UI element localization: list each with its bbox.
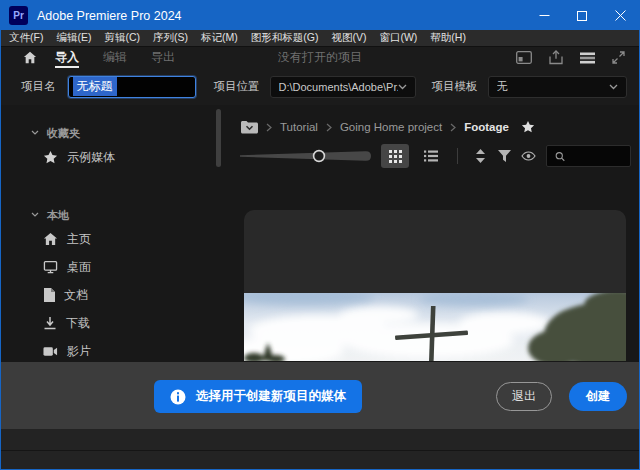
tab-export[interactable]: 导出 xyxy=(151,47,175,68)
sidebar-item-desktop[interactable]: 桌面 xyxy=(1,253,233,281)
sidebar-item-label: 示例媒体 xyxy=(67,149,115,166)
menu-help[interactable]: 帮助(H) xyxy=(430,31,466,45)
tab-edit[interactable]: 编辑 xyxy=(103,47,127,68)
chevron-down-icon xyxy=(31,212,39,218)
sidebar-item-downloads[interactable]: 下载 xyxy=(1,309,233,337)
sidebar-section-favorites[interactable]: 收藏夹 xyxy=(1,123,233,143)
favorite-star-button[interactable] xyxy=(521,120,535,134)
project-template-dropdown[interactable]: 无 xyxy=(488,76,628,98)
info-banner: 选择用于创建新项目的媒体 xyxy=(154,380,362,413)
sidebar-item-sample-media[interactable]: 示例媒体 xyxy=(1,143,233,171)
folder-icon[interactable] xyxy=(241,120,258,134)
media-browser: Tutorial Going Home project Footage xyxy=(233,105,639,362)
sidebar-item-documents[interactable]: 文档 xyxy=(1,281,233,309)
menu-markers[interactable]: 标记(M) xyxy=(201,31,238,45)
workspaces-icon xyxy=(580,52,595,64)
list-view-button[interactable] xyxy=(417,144,445,168)
menu-sequence[interactable]: 序列(S) xyxy=(153,31,188,45)
menu-window[interactable]: 窗口(W) xyxy=(379,31,417,45)
sort-button[interactable] xyxy=(468,144,492,168)
sidebar-section-label: 收藏夹 xyxy=(47,126,80,141)
grid-view-button[interactable] xyxy=(381,144,409,168)
project-name-input[interactable]: 无标题 xyxy=(68,76,196,98)
bottom-panel-strip xyxy=(1,429,639,450)
tab-import[interactable]: 导入 xyxy=(55,47,79,68)
window-controls xyxy=(525,1,639,30)
minimize-button[interactable] xyxy=(525,1,563,30)
project-location-label: 项目位置 xyxy=(214,79,260,94)
create-button[interactable]: 创建 xyxy=(569,382,627,411)
breadcrumb-item[interactable]: Tutorial xyxy=(280,121,318,133)
info-text: 选择用于创建新项目的媒体 xyxy=(196,388,346,405)
browser-toolbar xyxy=(233,143,639,169)
slider-track xyxy=(239,149,373,163)
breadcrumb: Tutorial Going Home project Footage xyxy=(233,117,639,137)
sidebar-item-label: 文档 xyxy=(64,287,88,304)
media-thumbnail-card[interactable] xyxy=(244,210,626,361)
sidebar-section-local[interactable]: 本地 xyxy=(1,205,233,225)
monitor-icon xyxy=(43,260,58,274)
search-input[interactable] xyxy=(571,149,630,163)
star-icon xyxy=(43,150,58,165)
sidebar-scrollbar[interactable] xyxy=(216,109,221,167)
home-icon xyxy=(43,232,58,246)
chevron-down-icon xyxy=(31,130,39,136)
menu-clip[interactable]: 剪辑(C) xyxy=(104,31,140,45)
close-icon xyxy=(615,10,626,21)
menu-graphics[interactable]: 图形和标题(G) xyxy=(251,31,319,45)
thumbnail-placeholder xyxy=(244,210,626,293)
panel-icon xyxy=(516,51,532,64)
project-settings-row: 项目名 无标题 项目位置 D:\Documents\Adobe\Pr... 项目… xyxy=(1,68,639,105)
window-title: Adobe Premiere Pro 2024 xyxy=(37,9,182,23)
sidebar-gap xyxy=(1,171,233,195)
preview-toggle-button[interactable] xyxy=(516,144,540,168)
thumbnail-zoom-slider[interactable] xyxy=(239,149,373,163)
minimize-icon xyxy=(539,10,550,21)
quick-export-button[interactable] xyxy=(549,50,563,65)
quick-export-icon xyxy=(549,50,563,65)
panel-toggle-button[interactable] xyxy=(516,51,532,64)
project-template-label: 项目模板 xyxy=(432,79,478,94)
sidebar-item-movies[interactable]: 影片 xyxy=(1,337,233,362)
filter-icon xyxy=(498,150,511,162)
toolbar-divider xyxy=(457,148,458,164)
sidebar-item-home[interactable]: 主页 xyxy=(1,225,233,253)
menu-view[interactable]: 视图(V) xyxy=(331,31,366,45)
premiere-logo: Pr xyxy=(9,6,28,25)
home-button[interactable] xyxy=(23,51,37,64)
maximize-button[interactable] xyxy=(563,1,601,30)
mode-tabs: 导入 编辑 导出 xyxy=(55,47,175,68)
slider-knob xyxy=(314,151,325,162)
chevron-down-icon xyxy=(609,84,618,90)
sort-icon xyxy=(475,149,486,163)
breadcrumb-item[interactable]: Going Home project xyxy=(340,121,442,133)
project-location-value: D:\Documents\Adobe\Pr... xyxy=(279,81,398,93)
project-name-value: 无标题 xyxy=(73,77,117,96)
info-icon xyxy=(170,389,186,405)
workspaces-button[interactable] xyxy=(580,52,595,64)
menubar: 文件(F) 编辑(E) 剪辑(C) 序列(S) 标记(M) 图形和标题(G) 视… xyxy=(1,30,639,46)
chevron-right-icon xyxy=(450,123,456,132)
exit-button[interactable]: 退出 xyxy=(496,382,552,411)
search-box[interactable] xyxy=(546,145,631,167)
header-icons xyxy=(516,50,625,65)
menu-edit[interactable]: 编辑(E) xyxy=(56,31,91,45)
sidebar: 收藏夹 示例媒体 本地 主页 桌面 文档 xyxy=(1,105,233,362)
status-bar-strip xyxy=(1,450,639,469)
maximize-icon xyxy=(577,11,587,21)
list-view-icon xyxy=(424,150,438,162)
grid-view-icon xyxy=(389,150,402,163)
sidebar-section-label: 本地 xyxy=(47,208,69,223)
titlebar: Pr Adobe Premiere Pro 2024 xyxy=(1,1,639,30)
fullscreen-button[interactable] xyxy=(612,51,625,64)
project-template-value: 无 xyxy=(497,79,610,94)
project-location-dropdown[interactable]: D:\Documents\Adobe\Pr... xyxy=(270,76,416,98)
footer-bar: 选择用于创建新项目的媒体 退出 创建 xyxy=(1,362,639,429)
thumbnail-image xyxy=(244,293,626,361)
close-button[interactable] xyxy=(601,1,639,30)
breadcrumb-item-current[interactable]: Footage xyxy=(464,121,509,133)
filter-button[interactable] xyxy=(492,144,516,168)
sidebar-item-label: 桌面 xyxy=(67,259,91,276)
chevron-down-icon xyxy=(398,84,407,90)
menu-file[interactable]: 文件(F) xyxy=(9,31,43,45)
